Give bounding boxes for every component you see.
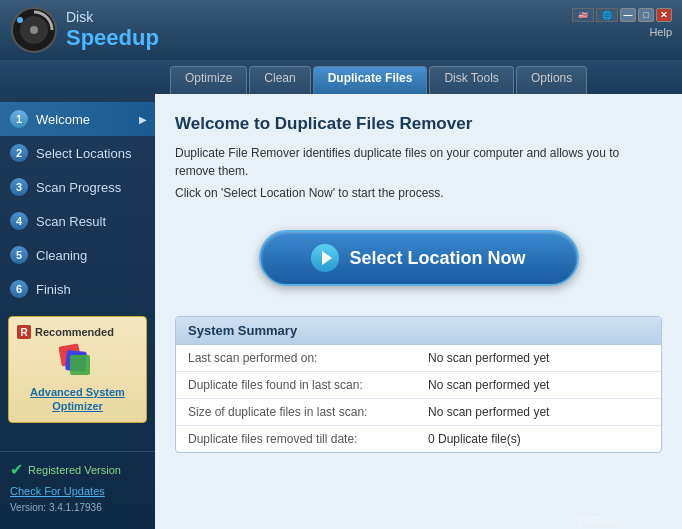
sidebar-item-label-welcome: Welcome: [36, 112, 90, 127]
summary-value-1: No scan performed yet: [428, 378, 549, 392]
summary-value-3: 0 Duplicate file(s): [428, 432, 521, 446]
close-button[interactable]: ✕: [656, 8, 672, 22]
step-5-num: 5: [10, 246, 28, 264]
logo-text: Disk Speedup: [66, 10, 159, 50]
minimize-button[interactable]: —: [620, 8, 636, 22]
version-text: Version: 3.4.1.17936: [10, 502, 145, 513]
sidebar-item-cleaning[interactable]: 5 Cleaning: [0, 238, 155, 272]
nav-tabs: Optimize Clean Duplicate Files Disk Tool…: [0, 60, 682, 94]
tab-disk-tools[interactable]: Disk Tools: [429, 66, 513, 94]
summary-label-3: Duplicate files removed till date:: [188, 432, 428, 446]
summary-row-3: Duplicate files removed till date: 0 Dup…: [176, 426, 661, 452]
page-title: Welcome to Duplicate Files Remover: [175, 114, 662, 134]
title-bar-controls: 🇺🇸 🌐 — □ ✕ Help: [572, 8, 672, 38]
step-1-num: 1: [10, 110, 28, 128]
summary-value-2: No scan performed yet: [428, 405, 549, 419]
step-3-num: 3: [10, 178, 28, 196]
system-summary: System Summary Last scan performed on: N…: [175, 316, 662, 453]
step-6-num: 6: [10, 280, 28, 298]
summary-label-0: Last scan performed on:: [188, 351, 428, 365]
watermark: SYSTwein: [576, 516, 622, 527]
sidebar-item-label-finish: Finish: [36, 282, 71, 297]
sidebar: 1 Welcome ▶ 2 Select Locations 3 Scan Pr…: [0, 94, 155, 529]
sidebar-item-select-locations[interactable]: 2 Select Locations: [0, 136, 155, 170]
description-2: Click on 'Select Location Now' to start …: [175, 186, 662, 200]
flag-us: 🇺🇸: [572, 8, 594, 22]
flag-other: 🌐: [596, 8, 618, 22]
summary-header: System Summary: [176, 317, 661, 345]
recommended-icon: R: [17, 325, 31, 339]
maximize-button[interactable]: □: [638, 8, 654, 22]
title-bar: Disk Speedup 🇺🇸 🌐 — □ ✕ Help: [0, 0, 682, 60]
tab-duplicate-files[interactable]: Duplicate Files: [313, 66, 428, 94]
sidebar-item-label-cleaning: Cleaning: [36, 248, 87, 263]
summary-label-1: Duplicate files found in last scan:: [188, 378, 428, 392]
svg-point-2: [30, 26, 38, 34]
main-area: 1 Welcome ▶ 2 Select Locations 3 Scan Pr…: [0, 94, 682, 529]
sidebar-item-welcome[interactable]: 1 Welcome ▶: [0, 102, 155, 136]
registered-status: ✔ Registered Version: [10, 460, 145, 479]
sidebar-item-label-select-locations: Select Locations: [36, 146, 131, 161]
logo-area: Disk Speedup: [10, 6, 159, 54]
description-1: Duplicate File Remover identifies duplic…: [175, 144, 662, 180]
tab-clean[interactable]: Clean: [249, 66, 310, 94]
window-buttons: 🇺🇸 🌐 — □ ✕: [572, 8, 672, 22]
product-icon: [60, 345, 96, 381]
summary-row-0: Last scan performed on: No scan performe…: [176, 345, 661, 372]
step-4-num: 4: [10, 212, 28, 230]
step-2-num: 2: [10, 144, 28, 162]
sidebar-item-scan-result[interactable]: 4 Scan Result: [0, 204, 155, 238]
registered-checkmark-icon: ✔: [10, 460, 23, 479]
sidebar-item-label-scan-result: Scan Result: [36, 214, 106, 229]
sidebar-item-label-scan-progress: Scan Progress: [36, 180, 121, 195]
summary-value-0: No scan performed yet: [428, 351, 549, 365]
help-label[interactable]: Help: [649, 26, 672, 38]
recommended-box: R Recommended Advanced System Optimizer: [8, 316, 147, 423]
select-location-label: Select Location Now: [349, 248, 525, 269]
sidebar-arrow-welcome: ▶: [139, 114, 147, 125]
sidebar-item-finish[interactable]: 6 Finish: [0, 272, 155, 306]
check-updates-link[interactable]: Check For Updates: [10, 485, 105, 497]
summary-row-2: Size of duplicate files in last scan: No…: [176, 399, 661, 426]
summary-label-2: Size of duplicate files in last scan:: [188, 405, 428, 419]
tab-optimize[interactable]: Optimize: [170, 66, 247, 94]
play-icon: [311, 244, 339, 272]
recommended-product-link[interactable]: Advanced System Optimizer: [17, 385, 138, 414]
content-area: Welcome to Duplicate Files Remover Dupli…: [155, 94, 682, 529]
select-location-button[interactable]: Select Location Now: [259, 230, 579, 286]
sidebar-item-scan-progress[interactable]: 3 Scan Progress: [0, 170, 155, 204]
summary-row-1: Duplicate files found in last scan: No s…: [176, 372, 661, 399]
play-triangle-icon: [322, 251, 332, 265]
sidebar-bottom: ✔ Registered Version Check For Updates V…: [0, 451, 155, 521]
tab-options[interactable]: Options: [516, 66, 587, 94]
logo-icon: [10, 6, 58, 54]
recommended-header: R Recommended: [17, 325, 138, 339]
svg-point-3: [17, 17, 23, 23]
